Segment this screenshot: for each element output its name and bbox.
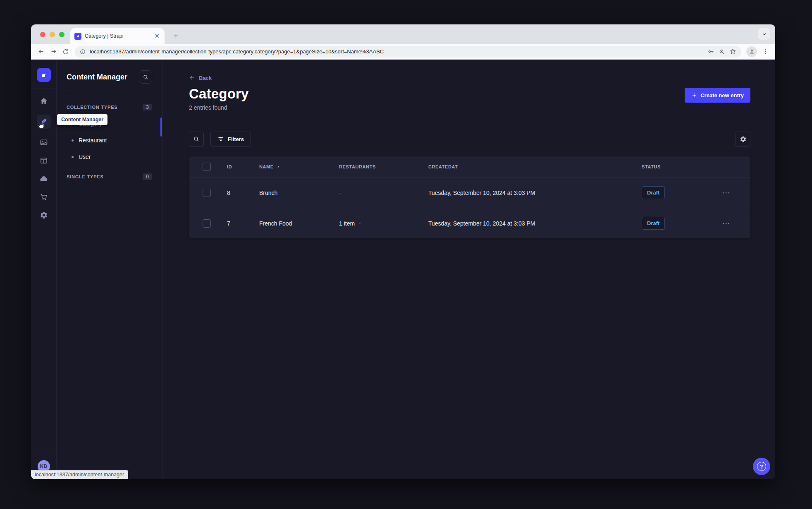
strapi-favicon — [74, 33, 81, 40]
active-item-indicator — [160, 118, 162, 137]
url-bar[interactable]: localhost:1337/admin/content-manager/col… — [75, 46, 741, 58]
header-name[interactable]: NAME — [259, 164, 339, 169]
strapi-app: KD Content Manager COLLECTION TYPES 3 — [31, 60, 775, 479]
cell-createdat: Tuesday, September 10, 2024 at 3:03 PM — [428, 190, 642, 196]
password-key-icon[interactable] — [707, 48, 714, 55]
url-text[interactable]: localhost:1337/admin/content-manager/col… — [90, 48, 703, 55]
browser-window: Category | Strapi ✕ localhost:1337/admin… — [31, 24, 775, 479]
filters-button[interactable]: Filters — [210, 132, 251, 146]
tab-search-button[interactable] — [758, 28, 770, 40]
status-badge: Draft — [642, 186, 665, 199]
settings-gear-icon[interactable] — [39, 211, 48, 220]
collection-types-label: COLLECTION TYPES — [67, 105, 117, 110]
row-checkbox[interactable] — [203, 219, 211, 228]
status-badge: Draft — [642, 217, 665, 230]
back-link[interactable]: Back — [189, 74, 212, 81]
table-header-row: ID NAME RESTAURANTS CREATEDAT STATUS — [189, 156, 750, 177]
page-info-icon[interactable] — [80, 49, 86, 55]
collection-types-section: COLLECTION TYPES 3 Category Restaurant U… — [57, 104, 162, 165]
strapi-logo[interactable] — [37, 68, 51, 82]
header-restaurants[interactable]: RESTAURANTS — [339, 164, 428, 169]
content-manager-tooltip: Content Manager — [57, 114, 107, 125]
mouse-cursor-hand — [37, 121, 45, 130]
minimize-window-button[interactable] — [50, 32, 55, 37]
row-checkbox[interactable] — [203, 189, 211, 197]
browser-menu-icon[interactable] — [759, 46, 771, 58]
entries-count: 2 entries found — [189, 104, 249, 111]
home-icon[interactable] — [39, 96, 48, 106]
close-window-button[interactable] — [40, 32, 45, 37]
link-status-tooltip: localhost:1337/admin/content-manager — [31, 470, 128, 479]
tab-title: Category | Strapi — [85, 33, 150, 39]
single-types-label: SINGLE TYPES — [67, 174, 104, 179]
back-arrow-icon — [189, 74, 196, 81]
browser-toolbar: localhost:1337/admin/content-manager/col… — [31, 44, 775, 60]
bullet-icon — [72, 139, 74, 142]
select-all-checkbox[interactable] — [203, 163, 211, 171]
cell-restaurants: - — [339, 190, 428, 196]
table-actions-row: Filters — [189, 132, 750, 146]
search-button[interactable] — [189, 132, 204, 146]
marketplace-cart-icon[interactable] — [39, 192, 48, 202]
main-content: Back Category 2 entries found Create new… — [162, 60, 775, 479]
forward-nav-icon[interactable] — [48, 46, 59, 58]
help-button[interactable]: ? — [753, 458, 770, 475]
header-status[interactable]: STATUS — [642, 164, 722, 169]
rail-bottom-divider — [31, 454, 56, 454]
page-title: Category — [189, 86, 249, 102]
traffic-lights — [40, 32, 64, 37]
zoom-icon[interactable] — [719, 48, 725, 55]
create-new-entry-button[interactable]: Create new entry — [685, 88, 750, 103]
bullet-icon — [72, 156, 74, 158]
single-types-count: 0 — [143, 173, 152, 180]
caret-down-icon — [358, 221, 362, 226]
header-createdat[interactable]: CREATEDAT — [428, 164, 642, 169]
entries-table: ID NAME RESTAURANTS CREATEDAT STATUS 8 — [189, 156, 750, 238]
tab-strip: Category | Strapi ✕ — [31, 24, 775, 44]
cell-name: Brunch — [259, 190, 339, 196]
tab-close-icon[interactable]: ✕ — [153, 32, 160, 40]
question-mark-icon: ? — [757, 462, 766, 471]
view-settings-button[interactable] — [736, 132, 750, 146]
subnav-item-user[interactable]: User — [67, 149, 152, 165]
new-tab-button[interactable] — [171, 31, 181, 41]
sort-asc-icon — [276, 165, 280, 169]
cell-id: 7 — [227, 220, 259, 227]
browser-tab[interactable]: Category | Strapi ✕ — [70, 28, 165, 44]
header-id[interactable]: ID — [227, 164, 259, 169]
reload-icon[interactable] — [60, 46, 72, 58]
filter-icon — [217, 136, 224, 142]
collection-types-count: 3 — [143, 104, 152, 110]
panel-search-button[interactable] — [139, 70, 152, 84]
cloud-icon[interactable] — [39, 174, 48, 183]
content-type-builder-icon[interactable] — [39, 156, 48, 165]
table-row[interactable]: 7 French Food 1 item Tuesday, September … — [189, 208, 750, 238]
plus-icon — [691, 92, 697, 98]
maximize-window-button[interactable] — [59, 32, 64, 37]
cell-name: French Food — [259, 220, 339, 227]
panel-title: Content Manager — [67, 73, 127, 82]
media-library-icon[interactable] — [39, 138, 48, 147]
panel-divider — [67, 93, 76, 93]
subnav-item-restaurant[interactable]: Restaurant — [67, 132, 152, 149]
back-nav-icon[interactable] — [35, 46, 47, 58]
bookmark-star-icon[interactable] — [729, 48, 736, 55]
browser-profile-avatar[interactable] — [746, 46, 757, 57]
table-row[interactable]: 8 Brunch - Tuesday, September 10, 2024 a… — [189, 177, 750, 208]
cell-createdat: Tuesday, September 10, 2024 at 3:03 PM — [428, 220, 642, 227]
single-types-section: SINGLE TYPES 0 — [57, 173, 162, 180]
rail-divider — [31, 89, 56, 89]
cell-restaurants[interactable]: 1 item — [339, 220, 428, 227]
cell-id: 8 — [227, 190, 259, 196]
